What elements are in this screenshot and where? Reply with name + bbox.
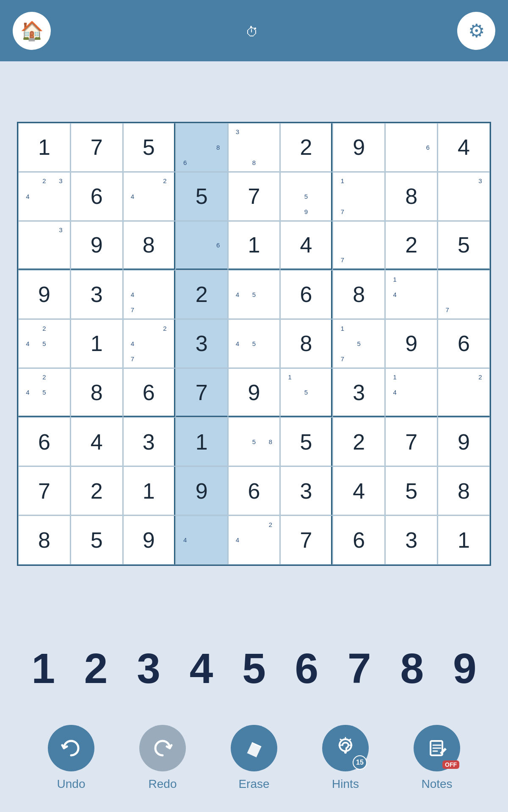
cell-7-7[interactable]: 5 xyxy=(385,466,437,515)
cell-3-8[interactable]: 7 xyxy=(438,270,490,319)
cell-8-6[interactable]: 6 xyxy=(333,516,385,564)
cell-6-4[interactable]: 58 xyxy=(228,417,280,466)
cell-4-6[interactable]: 157 xyxy=(333,319,385,368)
cell-1-2[interactable]: 24 xyxy=(123,172,175,221)
cell-3-5[interactable]: 6 xyxy=(280,270,332,319)
cell-2-4[interactable]: 1 xyxy=(228,221,280,270)
cell-2-6[interactable]: 7 xyxy=(333,221,385,270)
cell-1-7[interactable]: 8 xyxy=(385,172,437,221)
cell-0-6[interactable]: 9 xyxy=(333,123,385,172)
cell-6-6[interactable]: 2 xyxy=(333,417,385,466)
cell-0-2[interactable]: 5 xyxy=(123,123,175,172)
numpad-4[interactable]: 4 xyxy=(178,647,225,689)
cell-0-8[interactable]: 4 xyxy=(438,123,490,172)
cell-0-7[interactable]: 6 xyxy=(385,123,437,172)
cell-5-8[interactable]: 2 xyxy=(438,368,490,417)
cell-7-5[interactable]: 3 xyxy=(280,466,332,515)
cell-1-0[interactable]: 234 xyxy=(18,172,70,221)
cell-5-1[interactable]: 8 xyxy=(71,368,123,417)
note-digit-8 xyxy=(456,204,472,219)
cell-8-2[interactable]: 9 xyxy=(123,516,175,564)
cell-1-6[interactable]: 17 xyxy=(333,172,385,221)
cell-2-1[interactable]: 9 xyxy=(71,221,123,270)
cell-7-6[interactable]: 4 xyxy=(333,466,385,515)
numpad-3[interactable]: 3 xyxy=(125,647,172,689)
cell-6-1[interactable]: 4 xyxy=(71,417,123,466)
cell-1-4[interactable]: 7 xyxy=(228,172,280,221)
cell-6-3[interactable]: 1 xyxy=(176,417,228,466)
cell-3-6[interactable]: 8 xyxy=(333,270,385,319)
cell-7-3[interactable]: 9 xyxy=(176,466,228,515)
cell-8-7[interactable]: 3 xyxy=(385,516,437,564)
cell-4-5[interactable]: 8 xyxy=(280,319,332,368)
cell-3-2[interactable]: 47 xyxy=(123,270,175,319)
cell-8-1[interactable]: 5 xyxy=(71,516,123,564)
cell-3-7[interactable]: 14 xyxy=(385,270,437,319)
cell-4-1[interactable]: 1 xyxy=(71,319,123,368)
numpad-7[interactable]: 7 xyxy=(336,647,383,689)
cell-5-3[interactable]: 7 xyxy=(176,368,228,417)
numpad-9[interactable]: 9 xyxy=(442,647,488,689)
cell-8-0[interactable]: 8 xyxy=(18,516,70,564)
cell-5-4[interactable]: 9 xyxy=(228,368,280,417)
cell-1-5[interactable]: 59 xyxy=(280,172,332,221)
cell-5-2[interactable]: 6 xyxy=(123,368,175,417)
action-erase[interactable]: Erase xyxy=(231,725,277,791)
cell-0-5[interactable]: 2 xyxy=(280,123,332,172)
cell-2-2[interactable]: 8 xyxy=(123,221,175,270)
action-notes[interactable]: OFFNotes xyxy=(414,725,460,791)
cell-3-3[interactable]: 2 xyxy=(176,270,228,319)
home-button[interactable]: 🏠 xyxy=(13,12,51,50)
cell-6-7[interactable]: 7 xyxy=(385,417,437,466)
sudoku-grid[interactable]: 1758638296423462457591783398614725934724… xyxy=(17,122,491,566)
cell-7-2[interactable]: 1 xyxy=(123,466,175,515)
cell-8-3[interactable]: 4 xyxy=(176,516,228,564)
cell-4-0[interactable]: 245 xyxy=(18,319,70,368)
cell-5-6[interactable]: 3 xyxy=(333,368,385,417)
cell-4-7[interactable]: 9 xyxy=(385,319,437,368)
svg-line-5 xyxy=(340,739,342,741)
cell-8-4[interactable]: 24 xyxy=(228,516,280,564)
numpad-5[interactable]: 5 xyxy=(231,647,277,689)
cell-1-3[interactable]: 5 xyxy=(176,172,228,221)
cell-0-0[interactable]: 1 xyxy=(18,123,70,172)
cell-7-4[interactable]: 6 xyxy=(228,466,280,515)
cell-2-7[interactable]: 2 xyxy=(385,221,437,270)
cell-5-5[interactable]: 15 xyxy=(280,368,332,417)
cell-1-8[interactable]: 3 xyxy=(438,172,490,221)
cell-4-4[interactable]: 45 xyxy=(228,319,280,368)
cell-8-5[interactable]: 7 xyxy=(280,516,332,564)
cell-3-0[interactable]: 9 xyxy=(18,270,70,319)
action-hints[interactable]: 15Hints xyxy=(322,725,369,791)
cell-1-1[interactable]: 6 xyxy=(71,172,123,221)
cell-7-1[interactable]: 2 xyxy=(71,466,123,515)
cell-0-1[interactable]: 7 xyxy=(71,123,123,172)
cell-4-3[interactable]: 3 xyxy=(176,319,228,368)
action-redo[interactable]: Redo xyxy=(139,725,186,791)
cell-0-4[interactable]: 38 xyxy=(228,123,280,172)
cell-2-3[interactable]: 6 xyxy=(176,221,228,270)
cell-3-1[interactable]: 3 xyxy=(71,270,123,319)
cell-5-0[interactable]: 245 xyxy=(18,368,70,417)
cell-6-5[interactable]: 5 xyxy=(280,417,332,466)
cell-5-7[interactable]: 14 xyxy=(385,368,437,417)
cell-4-8[interactable]: 6 xyxy=(438,319,490,368)
cell-6-8[interactable]: 9 xyxy=(438,417,490,466)
cell-3-4[interactable]: 45 xyxy=(228,270,280,319)
cell-7-8[interactable]: 8 xyxy=(438,466,490,515)
cell-7-0[interactable]: 7 xyxy=(18,466,70,515)
numpad-6[interactable]: 6 xyxy=(283,647,330,689)
cell-2-0[interactable]: 3 xyxy=(18,221,70,270)
action-undo[interactable]: Undo xyxy=(48,725,94,791)
settings-button[interactable]: ⚙ xyxy=(457,12,495,50)
cell-2-5[interactable]: 4 xyxy=(280,221,332,270)
cell-4-2[interactable]: 247 xyxy=(123,319,175,368)
numpad-1[interactable]: 1 xyxy=(20,647,66,689)
numpad-8[interactable]: 8 xyxy=(389,647,435,689)
cell-6-0[interactable]: 6 xyxy=(18,417,70,466)
cell-0-3[interactable]: 86 xyxy=(176,123,228,172)
cell-2-8[interactable]: 5 xyxy=(438,221,490,270)
cell-8-8[interactable]: 1 xyxy=(438,516,490,564)
cell-6-2[interactable]: 3 xyxy=(123,417,175,466)
numpad-2[interactable]: 2 xyxy=(73,647,119,689)
